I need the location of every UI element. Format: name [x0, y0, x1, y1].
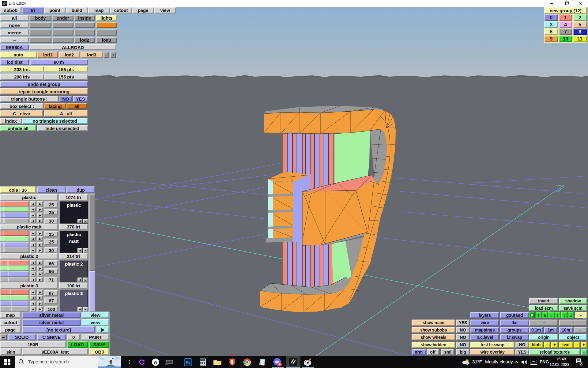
- svg-text:2: 2: [580, 362, 582, 366]
- svg-text:Ps: Ps: [186, 360, 190, 365]
- svg-text:W: W: [154, 360, 158, 365]
